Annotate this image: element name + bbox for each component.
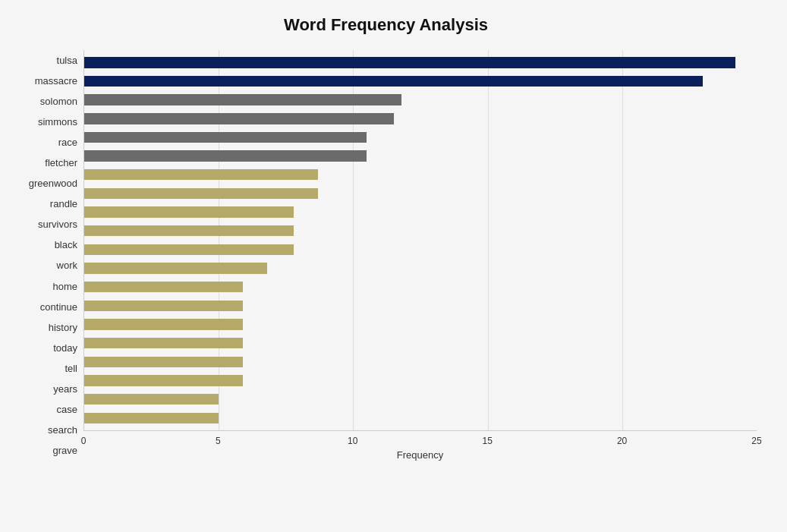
bar-row <box>84 390 757 409</box>
bar-row <box>84 315 757 334</box>
x-tick: 15 <box>483 436 493 446</box>
bar <box>84 282 243 292</box>
bar <box>84 57 735 68</box>
y-label: grave <box>15 445 77 455</box>
y-label: search <box>15 425 77 435</box>
y-label: tulsa <box>15 55 77 65</box>
bar <box>84 319 243 329</box>
y-label: simmons <box>15 117 77 127</box>
bar-row <box>84 128 757 147</box>
y-label: greenwood <box>15 178 77 188</box>
bar-row <box>84 90 757 109</box>
bar-row <box>84 222 757 241</box>
bar <box>84 113 394 124</box>
x-tick: 5 <box>216 436 221 446</box>
y-label: case <box>15 405 77 414</box>
chart-area: tulsamassacresolomonsimmonsracefletcherg… <box>15 50 757 461</box>
bar-row <box>84 165 757 184</box>
bar <box>84 357 243 367</box>
bar-row <box>84 203 757 222</box>
bar-row <box>84 278 757 297</box>
chart-title: Word Frequency Analysis <box>15 15 757 35</box>
bar <box>84 76 703 87</box>
bar-row <box>84 109 757 128</box>
bar <box>84 244 294 255</box>
bar <box>84 225 294 236</box>
y-label: black <box>15 240 77 250</box>
bar-row <box>84 259 757 278</box>
bar <box>84 150 367 161</box>
y-label: today <box>15 343 77 353</box>
y-label: home <box>15 282 77 291</box>
bar <box>84 94 401 105</box>
bar <box>84 394 219 405</box>
x-axis-label: Frequency <box>83 449 757 461</box>
bar-row <box>84 353 757 372</box>
y-label: survivors <box>15 219 77 229</box>
y-label: solomon <box>15 96 77 106</box>
y-label: history <box>15 323 77 332</box>
bar <box>84 301 243 311</box>
x-tick: 0 <box>81 436 87 446</box>
y-label: years <box>15 384 77 394</box>
bar-row <box>84 241 757 260</box>
bars-area <box>83 50 757 431</box>
bar-row <box>84 334 757 353</box>
bar <box>84 188 318 199</box>
bar-row <box>84 146 757 165</box>
bar-row <box>84 408 757 427</box>
bar <box>84 338 243 348</box>
y-label: continue <box>15 302 77 312</box>
x-axis: 0510152025 <box>83 431 757 446</box>
chart-container: Word Frequency Analysis tulsamassacresol… <box>0 0 787 532</box>
y-label: massacre <box>15 76 77 86</box>
x-tick: 20 <box>617 436 627 446</box>
y-label: tell <box>15 364 77 373</box>
x-tick: 25 <box>751 436 761 446</box>
bar <box>84 413 219 423</box>
bar <box>84 375 243 386</box>
bar-row <box>84 53 757 72</box>
bar <box>84 206 294 217</box>
bar-row <box>84 72 757 91</box>
y-label: work <box>15 260 77 270</box>
bar-row <box>84 297 757 316</box>
bar <box>84 169 318 180</box>
y-axis: tulsamassacresolomonsimmonsracefletcherg… <box>15 50 83 461</box>
bar-row <box>84 184 757 203</box>
y-label: race <box>15 137 77 147</box>
y-label: randle <box>15 199 77 209</box>
x-tick: 10 <box>348 436 357 446</box>
bar <box>84 263 267 273</box>
y-label: fletcher <box>15 158 77 168</box>
bar-row <box>84 371 757 390</box>
bar <box>84 132 367 143</box>
bars-and-x: 0510152025 Frequency <box>83 50 757 461</box>
